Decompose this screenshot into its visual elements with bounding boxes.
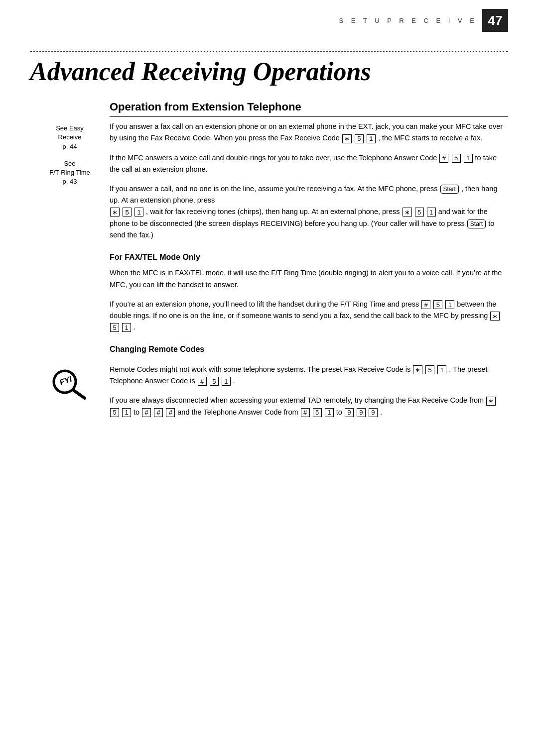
key-star: ∗ xyxy=(342,134,352,143)
page-number: 47 xyxy=(482,9,508,32)
sidebar-easy-receive: See Easy Receive p. 44 xyxy=(30,124,110,151)
key-1-s2b: 1 xyxy=(122,323,131,332)
key-5-s2b: 5 xyxy=(110,323,119,332)
sidebar-ft-ring: See F/T Ring Time p. 43 xyxy=(30,159,110,187)
key-1-s3c: 1 xyxy=(325,408,334,417)
key-1-s3a2: 1 xyxy=(222,377,231,386)
to-text1: to xyxy=(134,408,139,416)
section1-main: If you answer a fax call on an extension… xyxy=(110,121,508,360)
key-hash-s3b2: # xyxy=(154,408,163,417)
key-9-s3c: 9 xyxy=(369,408,378,417)
page-header: S E T U P R E C E I V E 47 xyxy=(30,0,508,37)
key-1b: 1 xyxy=(464,154,473,163)
key-1-s3b: 1 xyxy=(122,408,131,417)
to-text2: to xyxy=(336,408,342,416)
key-start2: Start xyxy=(467,219,486,228)
key-5d: 5 xyxy=(415,208,424,216)
key-1-s3a: 1 xyxy=(437,365,446,374)
section1-content: See Easy Receive p. 44 See F/T Ring Time… xyxy=(30,121,508,360)
key-star-s2: ∗ xyxy=(490,312,500,321)
key-5a: 5 xyxy=(355,134,364,143)
key-5-s3b: 5 xyxy=(110,408,119,417)
key-hash-s3b1: # xyxy=(142,408,151,417)
sidebar: See Easy Receive p. 44 See F/T Ring Time… xyxy=(30,121,110,360)
section3-para2: If you are always disconnected when acce… xyxy=(110,395,508,418)
key-hash-s3c: # xyxy=(301,408,310,417)
key-5-s2: 5 xyxy=(433,300,442,309)
fyi-icon: FYI xyxy=(50,366,90,401)
dot-rule xyxy=(30,51,508,52)
key-hash-s3a: # xyxy=(198,377,207,386)
main-title: Advanced Receiving Operations xyxy=(30,57,508,86)
key-star3: ∗ xyxy=(110,208,120,216)
key-hash-s2: # xyxy=(421,300,430,309)
header-label: S E T U P R E C E I V E xyxy=(339,17,477,24)
section2-heading: For FAX/TEL Mode Only xyxy=(110,251,508,264)
key-5-s3c: 5 xyxy=(313,408,322,417)
key-star-s3a: ∗ xyxy=(413,365,422,374)
svg-line-1 xyxy=(73,390,85,398)
section2-para2: If you’re at an extension phone, you’ll … xyxy=(110,299,508,333)
key-5-s3a2: 5 xyxy=(210,377,219,386)
key-1a: 1 xyxy=(367,134,376,143)
section2-para1: When the MFC is in FAX/TEL mode, it will… xyxy=(110,267,508,290)
key-1-s2: 1 xyxy=(445,300,454,309)
key-9-s3b: 9 xyxy=(357,408,366,417)
key-start1: Start xyxy=(440,185,459,194)
fyi-logo-container: FYI xyxy=(30,364,110,426)
section3-para1: Remote Codes might not work with some te… xyxy=(110,364,508,387)
key-9-s3a: 9 xyxy=(345,408,354,417)
key-star4: ∗ xyxy=(403,208,412,216)
key-5c: 5 xyxy=(123,208,132,216)
key-5b: 5 xyxy=(452,154,461,163)
para2: If the MFC answers a voice call and doub… xyxy=(110,152,508,175)
para3: If you answer a call, and no one is on t… xyxy=(110,183,508,241)
section3-heading: Changing Remote Codes xyxy=(110,343,508,356)
key-star-s3b: ∗ xyxy=(486,397,496,406)
section3-text: Remote Codes might not work with some te… xyxy=(110,364,508,426)
key-1d: 1 xyxy=(427,208,436,216)
section1-heading: Operation from Extension Telephone xyxy=(110,101,508,117)
key-hash2: # xyxy=(439,154,448,163)
section3-content: FYI Remote Codes might not work with som… xyxy=(30,364,508,426)
svg-text:FYI: FYI xyxy=(58,374,73,387)
key-5-s3a: 5 xyxy=(425,365,434,374)
para1: If you answer a fax call on an extension… xyxy=(110,121,508,144)
key-1c: 1 xyxy=(134,208,143,216)
key-hash-s3b3: # xyxy=(166,408,175,417)
